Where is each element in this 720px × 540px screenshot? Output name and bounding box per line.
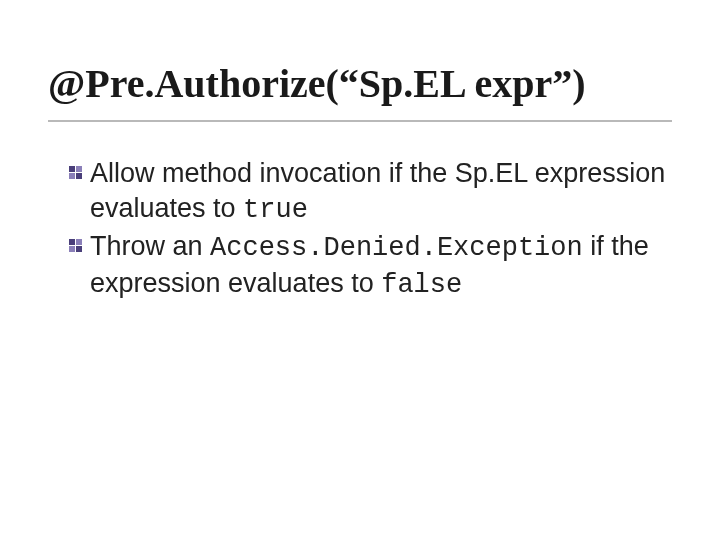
svg-rect-2 bbox=[69, 173, 75, 179]
slide-title: @Pre.Authorize(“Sp.EL expr”) bbox=[48, 62, 672, 122]
code-run: false bbox=[381, 270, 462, 300]
svg-rect-4 bbox=[69, 239, 75, 245]
text-run: Throw an bbox=[90, 231, 210, 261]
text-run: Allow method invocation if the Sp.EL exp… bbox=[90, 158, 665, 223]
svg-rect-3 bbox=[76, 173, 82, 179]
list-item: Throw an Access.Denied.Exception if the … bbox=[68, 229, 672, 302]
svg-rect-5 bbox=[76, 239, 82, 245]
slide-body: Allow method invocation if the Sp.EL exp… bbox=[48, 156, 672, 302]
bullet-text: Throw an Access.Denied.Exception if the … bbox=[90, 229, 672, 302]
code-run: true bbox=[243, 195, 308, 225]
bullet-text: Allow method invocation if the Sp.EL exp… bbox=[90, 156, 672, 227]
svg-rect-1 bbox=[76, 166, 82, 172]
bullet-icon bbox=[68, 165, 84, 181]
slide: @Pre.Authorize(“Sp.EL expr”) Allow metho… bbox=[0, 0, 720, 540]
svg-rect-0 bbox=[69, 166, 75, 172]
bullet-icon bbox=[68, 238, 84, 254]
svg-rect-6 bbox=[69, 246, 75, 252]
code-run: Access.Denied.Exception bbox=[210, 233, 583, 263]
svg-rect-7 bbox=[76, 246, 82, 252]
list-item: Allow method invocation if the Sp.EL exp… bbox=[68, 156, 672, 227]
